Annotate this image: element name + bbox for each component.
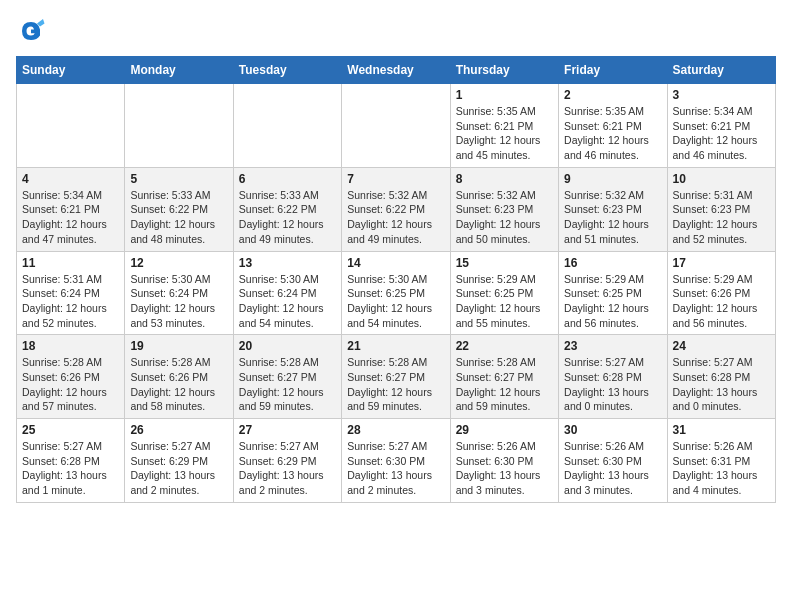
calendar-week-2: 4Sunrise: 5:34 AM Sunset: 6:21 PM Daylig… bbox=[17, 167, 776, 251]
day-info: Sunrise: 5:32 AM Sunset: 6:23 PM Dayligh… bbox=[564, 188, 661, 247]
day-number: 18 bbox=[22, 339, 119, 353]
calendar-cell: 9Sunrise: 5:32 AM Sunset: 6:23 PM Daylig… bbox=[559, 167, 667, 251]
day-info: Sunrise: 5:27 AM Sunset: 6:29 PM Dayligh… bbox=[239, 439, 336, 498]
day-info: Sunrise: 5:32 AM Sunset: 6:22 PM Dayligh… bbox=[347, 188, 444, 247]
calendar-header-row: SundayMondayTuesdayWednesdayThursdayFrid… bbox=[17, 57, 776, 84]
day-number: 26 bbox=[130, 423, 227, 437]
calendar-week-5: 25Sunrise: 5:27 AM Sunset: 6:28 PM Dayli… bbox=[17, 419, 776, 503]
header-saturday: Saturday bbox=[667, 57, 775, 84]
day-number: 1 bbox=[456, 88, 553, 102]
day-info: Sunrise: 5:27 AM Sunset: 6:28 PM Dayligh… bbox=[564, 355, 661, 414]
day-info: Sunrise: 5:29 AM Sunset: 6:25 PM Dayligh… bbox=[564, 272, 661, 331]
day-info: Sunrise: 5:27 AM Sunset: 6:30 PM Dayligh… bbox=[347, 439, 444, 498]
day-info: Sunrise: 5:27 AM Sunset: 6:29 PM Dayligh… bbox=[130, 439, 227, 498]
day-number: 14 bbox=[347, 256, 444, 270]
header-wednesday: Wednesday bbox=[342, 57, 450, 84]
calendar-cell: 25Sunrise: 5:27 AM Sunset: 6:28 PM Dayli… bbox=[17, 419, 125, 503]
calendar-cell: 15Sunrise: 5:29 AM Sunset: 6:25 PM Dayli… bbox=[450, 251, 558, 335]
logo-icon bbox=[16, 16, 46, 46]
calendar-cell: 3Sunrise: 5:34 AM Sunset: 6:21 PM Daylig… bbox=[667, 84, 775, 168]
calendar-cell: 2Sunrise: 5:35 AM Sunset: 6:21 PM Daylig… bbox=[559, 84, 667, 168]
calendar-cell: 20Sunrise: 5:28 AM Sunset: 6:27 PM Dayli… bbox=[233, 335, 341, 419]
calendar-cell: 26Sunrise: 5:27 AM Sunset: 6:29 PM Dayli… bbox=[125, 419, 233, 503]
day-number: 11 bbox=[22, 256, 119, 270]
calendar-cell: 31Sunrise: 5:26 AM Sunset: 6:31 PM Dayli… bbox=[667, 419, 775, 503]
calendar-cell: 23Sunrise: 5:27 AM Sunset: 6:28 PM Dayli… bbox=[559, 335, 667, 419]
calendar-cell bbox=[125, 84, 233, 168]
calendar-cell: 18Sunrise: 5:28 AM Sunset: 6:26 PM Dayli… bbox=[17, 335, 125, 419]
calendar-cell: 16Sunrise: 5:29 AM Sunset: 6:25 PM Dayli… bbox=[559, 251, 667, 335]
day-info: Sunrise: 5:32 AM Sunset: 6:23 PM Dayligh… bbox=[456, 188, 553, 247]
calendar-cell bbox=[342, 84, 450, 168]
day-info: Sunrise: 5:31 AM Sunset: 6:23 PM Dayligh… bbox=[673, 188, 770, 247]
calendar-cell: 27Sunrise: 5:27 AM Sunset: 6:29 PM Dayli… bbox=[233, 419, 341, 503]
day-info: Sunrise: 5:34 AM Sunset: 6:21 PM Dayligh… bbox=[22, 188, 119, 247]
calendar-cell bbox=[233, 84, 341, 168]
calendar-cell: 1Sunrise: 5:35 AM Sunset: 6:21 PM Daylig… bbox=[450, 84, 558, 168]
day-info: Sunrise: 5:29 AM Sunset: 6:25 PM Dayligh… bbox=[456, 272, 553, 331]
logo bbox=[16, 16, 50, 46]
day-info: Sunrise: 5:31 AM Sunset: 6:24 PM Dayligh… bbox=[22, 272, 119, 331]
day-number: 4 bbox=[22, 172, 119, 186]
calendar-week-1: 1Sunrise: 5:35 AM Sunset: 6:21 PM Daylig… bbox=[17, 84, 776, 168]
header-friday: Friday bbox=[559, 57, 667, 84]
calendar-cell bbox=[17, 84, 125, 168]
day-info: Sunrise: 5:28 AM Sunset: 6:27 PM Dayligh… bbox=[347, 355, 444, 414]
day-number: 25 bbox=[22, 423, 119, 437]
day-number: 3 bbox=[673, 88, 770, 102]
day-number: 2 bbox=[564, 88, 661, 102]
calendar-cell: 5Sunrise: 5:33 AM Sunset: 6:22 PM Daylig… bbox=[125, 167, 233, 251]
day-number: 10 bbox=[673, 172, 770, 186]
day-number: 21 bbox=[347, 339, 444, 353]
day-number: 31 bbox=[673, 423, 770, 437]
day-info: Sunrise: 5:35 AM Sunset: 6:21 PM Dayligh… bbox=[564, 104, 661, 163]
day-info: Sunrise: 5:30 AM Sunset: 6:24 PM Dayligh… bbox=[130, 272, 227, 331]
calendar-cell: 11Sunrise: 5:31 AM Sunset: 6:24 PM Dayli… bbox=[17, 251, 125, 335]
day-number: 30 bbox=[564, 423, 661, 437]
day-number: 12 bbox=[130, 256, 227, 270]
day-number: 5 bbox=[130, 172, 227, 186]
calendar-cell: 4Sunrise: 5:34 AM Sunset: 6:21 PM Daylig… bbox=[17, 167, 125, 251]
header-thursday: Thursday bbox=[450, 57, 558, 84]
day-number: 15 bbox=[456, 256, 553, 270]
day-info: Sunrise: 5:30 AM Sunset: 6:24 PM Dayligh… bbox=[239, 272, 336, 331]
day-info: Sunrise: 5:26 AM Sunset: 6:30 PM Dayligh… bbox=[456, 439, 553, 498]
day-info: Sunrise: 5:28 AM Sunset: 6:26 PM Dayligh… bbox=[130, 355, 227, 414]
day-info: Sunrise: 5:29 AM Sunset: 6:26 PM Dayligh… bbox=[673, 272, 770, 331]
calendar-cell: 14Sunrise: 5:30 AM Sunset: 6:25 PM Dayli… bbox=[342, 251, 450, 335]
page-header bbox=[16, 16, 776, 46]
calendar-cell: 12Sunrise: 5:30 AM Sunset: 6:24 PM Dayli… bbox=[125, 251, 233, 335]
day-info: Sunrise: 5:26 AM Sunset: 6:30 PM Dayligh… bbox=[564, 439, 661, 498]
calendar-cell: 28Sunrise: 5:27 AM Sunset: 6:30 PM Dayli… bbox=[342, 419, 450, 503]
header-monday: Monday bbox=[125, 57, 233, 84]
day-number: 29 bbox=[456, 423, 553, 437]
calendar-cell: 17Sunrise: 5:29 AM Sunset: 6:26 PM Dayli… bbox=[667, 251, 775, 335]
day-number: 28 bbox=[347, 423, 444, 437]
day-number: 9 bbox=[564, 172, 661, 186]
day-number: 19 bbox=[130, 339, 227, 353]
calendar-week-3: 11Sunrise: 5:31 AM Sunset: 6:24 PM Dayli… bbox=[17, 251, 776, 335]
day-info: Sunrise: 5:27 AM Sunset: 6:28 PM Dayligh… bbox=[673, 355, 770, 414]
day-number: 13 bbox=[239, 256, 336, 270]
day-number: 7 bbox=[347, 172, 444, 186]
day-number: 8 bbox=[456, 172, 553, 186]
calendar-cell: 24Sunrise: 5:27 AM Sunset: 6:28 PM Dayli… bbox=[667, 335, 775, 419]
calendar-cell: 7Sunrise: 5:32 AM Sunset: 6:22 PM Daylig… bbox=[342, 167, 450, 251]
day-number: 24 bbox=[673, 339, 770, 353]
day-info: Sunrise: 5:28 AM Sunset: 6:27 PM Dayligh… bbox=[456, 355, 553, 414]
day-number: 27 bbox=[239, 423, 336, 437]
day-info: Sunrise: 5:27 AM Sunset: 6:28 PM Dayligh… bbox=[22, 439, 119, 498]
day-number: 16 bbox=[564, 256, 661, 270]
calendar-table: SundayMondayTuesdayWednesdayThursdayFrid… bbox=[16, 56, 776, 503]
header-sunday: Sunday bbox=[17, 57, 125, 84]
calendar-cell: 6Sunrise: 5:33 AM Sunset: 6:22 PM Daylig… bbox=[233, 167, 341, 251]
day-info: Sunrise: 5:35 AM Sunset: 6:21 PM Dayligh… bbox=[456, 104, 553, 163]
day-number: 22 bbox=[456, 339, 553, 353]
calendar-cell: 22Sunrise: 5:28 AM Sunset: 6:27 PM Dayli… bbox=[450, 335, 558, 419]
day-info: Sunrise: 5:28 AM Sunset: 6:26 PM Dayligh… bbox=[22, 355, 119, 414]
calendar-cell: 29Sunrise: 5:26 AM Sunset: 6:30 PM Dayli… bbox=[450, 419, 558, 503]
calendar-week-4: 18Sunrise: 5:28 AM Sunset: 6:26 PM Dayli… bbox=[17, 335, 776, 419]
day-number: 17 bbox=[673, 256, 770, 270]
calendar-cell: 8Sunrise: 5:32 AM Sunset: 6:23 PM Daylig… bbox=[450, 167, 558, 251]
calendar-cell: 21Sunrise: 5:28 AM Sunset: 6:27 PM Dayli… bbox=[342, 335, 450, 419]
